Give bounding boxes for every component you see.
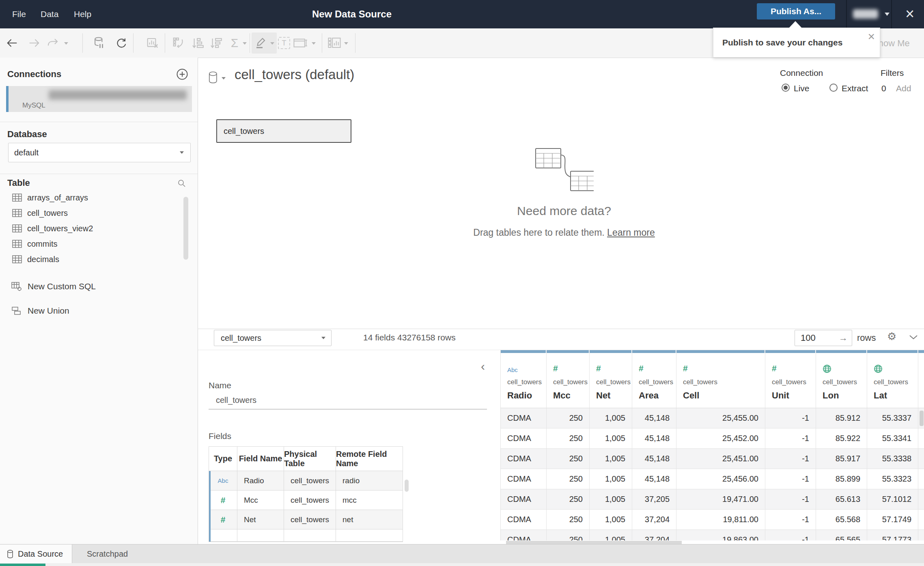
show-me-caret-icon[interactable] [344, 42, 348, 45]
col-source: cell_towers [507, 378, 546, 386]
field-row[interactable]: # Net cell_towers net [209, 510, 403, 529]
swap-rows-columns-icon[interactable] [171, 36, 186, 50]
col-source: cell_towers [874, 378, 918, 386]
sidebar-item-cell-towers[interactable]: cell_towers [0, 205, 179, 221]
grid-row: CDMA 250 1,005 45,148 25,452.00 -1 85.92… [501, 428, 924, 449]
extract-radio[interactable] [829, 84, 838, 93]
text-label-icon[interactable]: T [277, 36, 291, 50]
live-radio[interactable] [782, 84, 790, 93]
grid-cell: 65.565 [816, 530, 867, 540]
sidebar-item-arrays-of-arrays[interactable]: arrays_of_arrays [0, 190, 179, 205]
publish-as-button[interactable]: Publish As... [757, 3, 835, 19]
row-count-input[interactable] [795, 332, 834, 344]
add-connection-button[interactable] [176, 68, 188, 82]
physical-table: cell_towers [284, 471, 336, 491]
learn-more-link[interactable]: Learn more [607, 227, 655, 238]
grid-vertical-scrollbar[interactable] [920, 411, 924, 426]
grid-col-lon[interactable]: cell_towers Lon [816, 350, 867, 408]
menu-help[interactable]: Help [74, 0, 91, 28]
sidebar-scrollbar[interactable] [183, 197, 188, 260]
grid-cell: 65.613 [816, 489, 867, 510]
clear-sheet-icon[interactable] [145, 36, 160, 50]
new-union-button[interactable]: New Union [0, 303, 179, 319]
grid-cell: 37,205 [632, 489, 676, 510]
fit-selector-icon[interactable] [293, 36, 308, 50]
totals-icon[interactable]: Σ [227, 36, 242, 50]
grid-cell: 1,005 [590, 489, 632, 510]
refresh-icon[interactable] [114, 36, 128, 50]
row-count-box: → [795, 330, 852, 346]
grid-col-cell[interactable]: # cell_towers Cell [676, 350, 765, 408]
datasource-tab-icon [6, 550, 14, 559]
gear-icon[interactable]: ⚙ [887, 330, 896, 343]
connection-item[interactable]: MySQL [6, 86, 192, 112]
grid-col-mcc[interactable]: # cell_towers Mcc [547, 350, 590, 408]
live-label[interactable]: Live [794, 84, 810, 93]
grid-cell: CDMA [501, 530, 547, 540]
datasource-db-icon[interactable] [208, 71, 219, 86]
totals-caret-icon[interactable] [243, 42, 247, 45]
tab-scratchpad[interactable]: Scratchpad [72, 544, 128, 564]
remote-field-name: net [336, 510, 403, 529]
text-glyph: T [278, 37, 290, 49]
connection-name-redacted [49, 90, 187, 100]
undo-button[interactable] [5, 36, 19, 50]
highlight-caret-icon[interactable] [270, 42, 274, 45]
grid-cell: 45,148 [632, 469, 676, 489]
toolbar-separator [82, 33, 83, 53]
replay-button[interactable] [45, 36, 60, 50]
fields-scrollbar[interactable] [405, 480, 409, 492]
grid-col-unit[interactable]: # cell_towers Unit [765, 350, 816, 408]
filters-add-button[interactable]: Add [896, 84, 911, 93]
show-me-icon[interactable] [327, 36, 342, 50]
pause-updates-icon[interactable] [92, 36, 106, 50]
tooltip-close-icon[interactable]: × [868, 30, 875, 43]
col-source: cell_towers [772, 378, 816, 386]
grid-col-area[interactable]: # cell_towers Area [632, 350, 676, 408]
field-name: Net [237, 510, 284, 529]
grid-cell: CDMA [501, 510, 547, 530]
grid-col-net[interactable]: # cell_towers Net [590, 350, 632, 408]
database-value: default [14, 148, 39, 157]
database-select[interactable]: default [8, 143, 191, 162]
datasource-caret-icon[interactable] [222, 77, 226, 80]
fit-caret-icon[interactable] [312, 42, 316, 45]
tooltip-message: Publish to save your changes [722, 38, 842, 47]
union-icon [11, 306, 22, 316]
apply-rows-arrow-icon[interactable]: → [839, 333, 848, 343]
custom-sql-icon [11, 282, 22, 291]
grid-table-select[interactable]: cell_towers [214, 330, 332, 346]
name-value[interactable]: cell_towers [216, 396, 256, 405]
number-type-icon: # [221, 515, 226, 525]
globe-icon [823, 364, 831, 373]
highlight-pen-icon[interactable] [253, 36, 268, 50]
grid-cell: -1 [765, 489, 816, 510]
window-close-button[interactable]: × [901, 3, 919, 24]
menu-file[interactable]: File [12, 0, 26, 28]
sort-ascending-icon[interactable] [190, 36, 205, 50]
grid-cell: 250 [547, 408, 590, 428]
extract-label[interactable]: Extract [842, 84, 868, 93]
replay-caret-icon[interactable] [64, 42, 68, 45]
profile-caret-icon[interactable] [885, 13, 890, 16]
tab-data-source[interactable]: Data Source [0, 544, 72, 564]
sidebar-item-cell-towers-view2[interactable]: cell_towers_view2 [0, 221, 179, 236]
collapse-panel-chevron[interactable]: ‹ [481, 359, 485, 373]
field-row[interactable]: Abc Radio cell_towers radio [209, 471, 403, 491]
collapse-grid-chevron-icon[interactable] [908, 334, 919, 342]
sort-descending-icon[interactable] [208, 36, 223, 50]
canvas-table-node[interactable]: cell_towers [216, 119, 351, 143]
grid-col-lat[interactable]: cell_towers Lat [867, 350, 918, 408]
grid-col-radio[interactable]: Abc cell_towers Radio [501, 350, 547, 408]
user-profile-redacted[interactable] [853, 9, 878, 19]
search-icon[interactable] [177, 179, 187, 190]
redo-button[interactable] [27, 36, 41, 50]
col-source: cell_towers [639, 378, 676, 386]
table-icon [12, 209, 22, 217]
grid-cell [918, 489, 924, 510]
sidebar-item-decimals[interactable]: decimals [0, 252, 179, 267]
field-row[interactable]: # Mcc cell_towers mcc [209, 491, 403, 510]
new-custom-sql-button[interactable]: New Custom SQL [0, 278, 179, 295]
sidebar-item-commits[interactable]: commits [0, 236, 179, 252]
menu-data[interactable]: Data [41, 0, 58, 28]
